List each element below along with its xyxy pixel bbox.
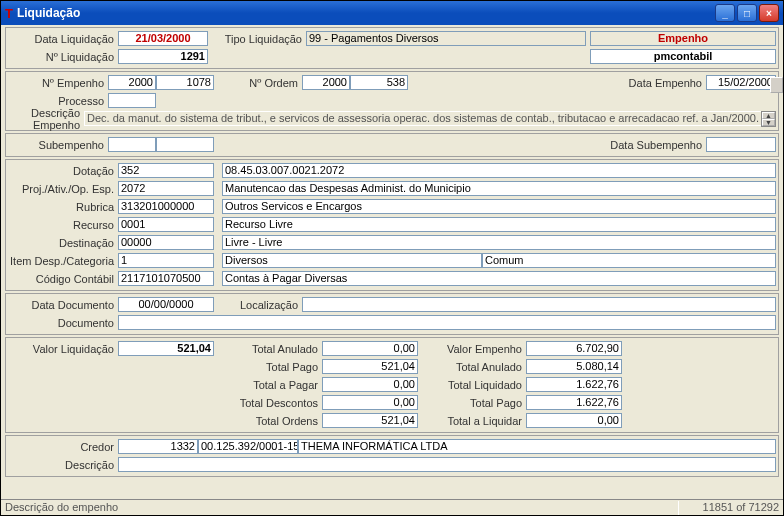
nro-ordem-a-field[interactable]: 2000 <box>302 75 350 90</box>
subempenho-label: Subempenho <box>8 139 108 151</box>
dotacao-group: Dotação 352 08.45.03.007.0021.2072 Proj.… <box>5 159 779 291</box>
proj-a-field[interactable]: 2072 <box>118 181 214 196</box>
documento-label: Documento <box>8 317 118 329</box>
credor-group: Credor 1332 00.125.392/0001-15 THEMA INF… <box>5 435 779 477</box>
data-subempenho-field[interactable] <box>706 137 776 152</box>
documento-field[interactable] <box>118 315 776 330</box>
total-anulado-field: 0,00 <box>322 341 418 356</box>
proj-label: Proj./Ativ./Op. Esp. <box>8 183 118 195</box>
empenho-group: Nº Empenho 2000 1078 Nº Ordem 2000 538 D… <box>5 71 779 131</box>
subempenho-a-field[interactable] <box>108 137 156 152</box>
recurso-label: Recurso <box>8 219 118 231</box>
emp-total-a-liquidar-label: Total a Liquidar <box>426 415 526 427</box>
minimize-button[interactable]: _ <box>715 4 735 22</box>
nro-liquidacao-field[interactable]: 1291 <box>118 49 208 64</box>
total-pago-label: Total Pago <box>222 361 322 373</box>
app-icon: T <box>5 6 13 21</box>
total-a-pagar-field: 0,00 <box>322 377 418 392</box>
descricao-scroll[interactable]: ▲ ▼ <box>761 111 776 127</box>
credor-descricao-field[interactable] <box>118 457 776 472</box>
statusbar: Descrição do empenho 11851 of 71292 <box>1 499 783 515</box>
rubrica-a-field[interactable]: 313201000000 <box>118 199 214 214</box>
credor-a-field[interactable]: 1332 <box>118 439 198 454</box>
tipo-liquidacao-field: 99 - Pagamentos Diversos <box>306 31 586 46</box>
valor-liq-field[interactable]: 521,04 <box>118 341 214 356</box>
data-empenho-label: Data Empenho <box>616 77 706 89</box>
nro-empenho-label: Nº Empenho <box>8 77 108 89</box>
data-doc-label: Data Documento <box>8 299 118 311</box>
user-field: pmcontabil <box>590 49 776 64</box>
dotacao-a-field[interactable]: 352 <box>118 163 214 178</box>
destinacao-b-field: Livre - Livre <box>222 235 776 250</box>
close-button[interactable]: × <box>759 4 779 22</box>
maximize-button[interactable]: □ <box>737 4 757 22</box>
total-pago-field: 521,04 <box>322 359 418 374</box>
item-c-field: Comum <box>482 253 776 268</box>
credor-label: Credor <box>8 441 118 453</box>
empenho-label: Empenho <box>590 31 776 46</box>
titlebar: T Liquidação _ □ × <box>1 1 783 25</box>
total-ordens-field: 521,04 <box>322 413 418 428</box>
credor-b-field[interactable]: 00.125.392/0001-15 <box>198 439 298 454</box>
nro-ordem-b-field[interactable]: 538 <box>350 75 408 90</box>
scroll-up-icon[interactable]: ▲ <box>762 112 775 119</box>
nro-empenho-b-field[interactable]: 1078 <box>156 75 214 90</box>
data-liquidacao-label: Data Liquidação <box>8 33 118 45</box>
documento-group: Data Documento 00/00/0000 Localização Do… <box>5 293 779 335</box>
main-scrollbar[interactable] <box>770 77 783 93</box>
emp-total-pago-field: 1.622,76 <box>526 395 622 410</box>
destinacao-a-field[interactable]: 00000 <box>118 235 214 250</box>
proj-b-field: Manutencao das Despesas Administ. do Mun… <box>222 181 776 196</box>
subempenho-b-field[interactable] <box>156 137 214 152</box>
rubrica-label: Rubrica <box>8 201 118 213</box>
valor-empenho-field: 6.702,90 <box>526 341 622 356</box>
data-subempenho-label: Data Subempenho <box>596 139 706 151</box>
recurso-a-field[interactable]: 0001 <box>118 217 214 232</box>
dotacao-b-field: 08.45.03.007.0021.2072 <box>222 163 776 178</box>
total-a-pagar-label: Total a Pagar <box>222 379 322 391</box>
emp-total-liquidado-field: 1.622,76 <box>526 377 622 392</box>
subempenho-group: Subempenho Data Subempenho <box>5 133 779 157</box>
window-title: Liquidação <box>17 6 713 20</box>
status-right: 11851 of 71292 <box>679 501 779 515</box>
codigo-b-field: Contas à Pagar Diversas <box>222 271 776 286</box>
nro-liquidacao-label: Nº Liquidação <box>8 51 118 63</box>
nro-empenho-a-field[interactable]: 2000 <box>108 75 156 90</box>
descricao-empenho-field[interactable]: Dec. da manut. do sistema de tribut., e … <box>84 111 761 126</box>
status-left: Descrição do empenho <box>5 501 679 515</box>
valor-empenho-label: Valor Empenho <box>426 343 526 355</box>
processo-label: Processo <box>8 95 108 107</box>
descricao-empenho-label: Descrição Empenho <box>8 107 84 131</box>
item-b-field: Diversos <box>222 253 482 268</box>
emp-total-pago-label: Total Pago <box>426 397 526 409</box>
localizacao-field[interactable] <box>302 297 776 312</box>
emp-total-anulado-label: Total Anulado <box>426 361 526 373</box>
total-descontos-field: 0,00 <box>322 395 418 410</box>
nro-ordem-label: Nº Ordem <box>232 77 302 89</box>
data-doc-field[interactable]: 00/00/0000 <box>118 297 214 312</box>
data-empenho-field[interactable]: 15/02/2000 <box>706 75 776 90</box>
codigo-a-field[interactable]: 2117101070500 <box>118 271 214 286</box>
emp-total-anulado-field: 5.080,14 <box>526 359 622 374</box>
emp-total-a-liquidar-field: 0,00 <box>526 413 622 428</box>
credor-c-field: THEMA INFORMÁTICA LTDA <box>298 439 776 454</box>
destinacao-label: Destinação <box>8 237 118 249</box>
valor-liq-label: Valor Liquidação <box>8 343 118 355</box>
codigo-label: Código Contábil <box>8 273 118 285</box>
item-a-field[interactable]: 1 <box>118 253 214 268</box>
emp-total-liquidado-label: Total Liquidado <box>426 379 526 391</box>
data-liquidacao-field[interactable]: 21/03/2000 <box>118 31 208 46</box>
scroll-down-icon[interactable]: ▼ <box>762 119 775 126</box>
credor-descricao-label: Descrição <box>8 459 118 471</box>
item-label: Item Desp./Categoria <box>8 255 118 267</box>
totais-group: Valor Liquidação 521,04 Total Anulado 0,… <box>5 337 779 433</box>
processo-field[interactable] <box>108 93 156 108</box>
dotacao-label: Dotação <box>8 165 118 177</box>
total-ordens-label: Total Ordens <box>222 415 322 427</box>
total-descontos-label: Total Descontos <box>222 397 322 409</box>
rubrica-b-field: Outros Servicos e Encargos <box>222 199 776 214</box>
localizacao-label: Localização <box>222 299 302 311</box>
total-anulado-label: Total Anulado <box>222 343 322 355</box>
tipo-liquidacao-label: Tipo Liquidação <box>216 33 306 45</box>
recurso-b-field: Recurso Livre <box>222 217 776 232</box>
